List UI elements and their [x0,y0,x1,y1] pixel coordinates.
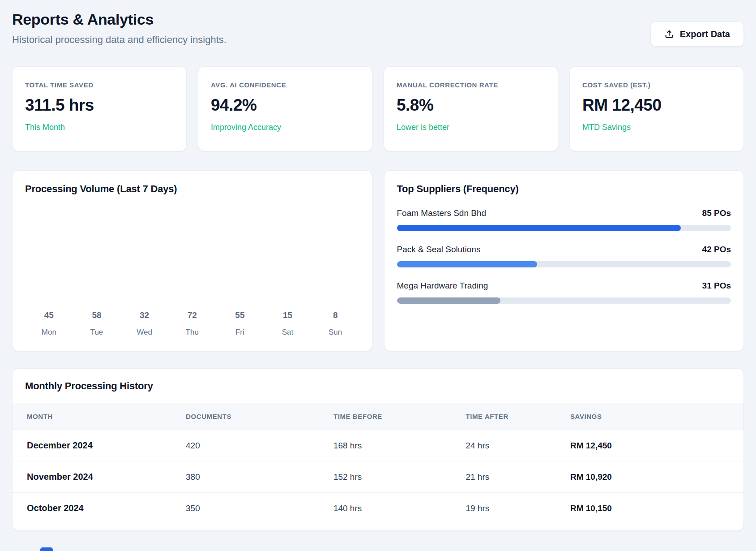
cell-time-after: 24 hrs [466,430,570,461]
stat-label: TOTAL TIME SAVED [25,81,174,89]
column-header-savings: SAVINGS [570,403,743,430]
bar-day-label: Wed [120,328,168,337]
stat-label: MANUAL CORRECTION RATE [397,81,545,89]
supplier-name: Pack & Seal Solutions [397,244,481,255]
monthly-history-card: Monthly Processing History MONTH DOCUMEN… [12,368,744,531]
supplier-progress-fill [397,225,681,231]
reports-analytics-page: Reports & Analytics Historical processin… [0,0,756,551]
bar-column: 15 Sat [264,310,312,337]
table-header-row: MONTH DOCUMENTS TIME BEFORE TIME AFTER S… [13,403,743,430]
stat-card-total-time-saved: TOTAL TIME SAVED 311.5 hrs This Month [12,66,187,151]
supplier-list: Foam Masters Sdn Bhd 85 POs Pack & Seal … [397,207,731,304]
bar-value: 58 [73,310,121,320]
supplier-row: Mega Hardware Trading 31 POs [397,280,731,304]
bar-value: 15 [264,310,312,320]
supplier-name: Foam Masters Sdn Bhd [397,207,487,219]
cell-time-after: 21 hrs [466,461,570,493]
cell-documents: 380 [186,461,333,493]
cell-time-before: 152 hrs [333,461,466,493]
bar-day-label: Mon [25,328,73,337]
column-header-time-before: TIME BEFORE [333,403,466,430]
cell-month: November 2024 [13,461,186,493]
monthly-history-table: MONTH DOCUMENTS TIME BEFORE TIME AFTER S… [13,403,743,524]
supplier-po-count: 42 POs [702,245,731,254]
column-header-documents: DOCUMENTS [186,403,333,430]
bar-column: 55 Fri [216,310,264,337]
bar-value: 55 [216,310,264,320]
bar-column: 32 Wed [120,310,168,337]
supplier-po-count: 85 POs [702,208,731,218]
cell-savings: RM 10,920 [570,461,743,493]
stat-note: This Month [25,123,174,132]
processing-volume-card: Processing Volume (Last 7 Days) 45 Mon 5… [12,170,372,351]
bar-value: 8 [312,310,359,320]
supplier-row: Foam Masters Sdn Bhd 85 POs [397,207,731,231]
bar-column: 45 Mon [25,310,73,337]
export-data-label: Export Data [680,29,730,39]
cell-month: December 2024 [13,430,186,461]
cell-time-before: 168 hrs [333,430,466,461]
stat-value: RM 12,450 [582,96,731,115]
supplier-progress-track [397,297,731,304]
cell-month: October 2024 [13,493,186,524]
page-subtitle: Historical processing data and efficienc… [12,34,744,46]
bar-chart-labels: 45 Mon 58 Tue 32 Wed 72 Thu 55 Fri [25,310,359,337]
stat-note: Lower is better [397,123,545,132]
cell-documents: 420 [186,430,333,461]
stat-card-manual-correction-rate: MANUAL CORRECTION RATE 5.8% Lower is bet… [384,66,558,151]
bar-column: 8 Sun [312,310,359,337]
bar-column: 58 Tue [73,310,121,337]
stat-note: MTD Savings [582,123,731,132]
column-header-time-after: TIME AFTER [466,403,570,430]
top-suppliers-title: Top Suppliers (Frequency) [397,183,731,195]
bar-value: 32 [120,310,168,320]
supplier-po-count: 31 POs [702,281,731,291]
upload-icon [664,29,674,39]
bar-day-label: Tue [73,328,121,337]
cell-documents: 350 [186,493,333,524]
table-row: November 2024 380 152 hrs 21 hrs RM 10,9… [13,461,743,493]
supplier-row: Pack & Seal Solutions 42 POs [397,244,731,267]
table-row: December 2024 420 168 hrs 24 hrs RM 12,4… [13,430,743,461]
monthly-history-title: Monthly Processing History [13,380,743,392]
top-suppliers-card: Top Suppliers (Frequency) Foam Masters S… [384,170,744,351]
stat-value: 5.8% [397,96,545,115]
bar-day-label: Fri [216,328,264,337]
bar-day-label: Thu [168,328,216,337]
bar-column: 72 Thu [168,310,216,337]
bottom-cutoff-blue-element[interactable] [40,547,53,551]
cell-time-after: 19 hrs [466,493,570,524]
stats-row: TOTAL TIME SAVED 311.5 hrs This Month AV… [12,66,744,151]
charts-row: Processing Volume (Last 7 Days) 45 Mon 5… [12,170,744,351]
processing-volume-title: Processing Volume (Last 7 Days) [25,183,359,195]
supplier-progress-track [397,225,731,231]
cell-time-before: 140 hrs [333,493,466,524]
stat-card-avg-ai-confidence: AVG. AI CONFIDENCE 94.2% Improving Accur… [198,66,372,151]
column-header-month: MONTH [13,403,186,430]
stat-value: 94.2% [211,96,359,115]
export-data-button[interactable]: Export Data [650,22,744,47]
bar-day-label: Sun [312,328,359,337]
supplier-progress-track [397,261,731,267]
bar-value: 72 [168,310,216,320]
supplier-progress-fill [397,297,500,304]
bar-chart-plot-area [25,195,359,310]
stat-label: AVG. AI CONFIDENCE [211,81,359,89]
supplier-name: Mega Hardware Trading [397,280,488,292]
stat-card-cost-saved: COST SAVED (EST.) RM 12,450 MTD Savings [569,66,744,151]
stat-label: COST SAVED (EST.) [582,81,731,89]
supplier-progress-fill [397,261,538,267]
stat-note: Improving Accuracy [211,123,359,132]
cell-savings: RM 12,450 [570,430,743,461]
page-title: Reports & Analytics [12,10,744,29]
bar-day-label: Sat [264,328,312,337]
table-row: October 2024 350 140 hrs 19 hrs RM 10,15… [13,493,743,524]
stat-value: 311.5 hrs [25,96,174,115]
cell-savings: RM 10,150 [570,493,743,524]
bar-value: 45 [25,310,73,320]
